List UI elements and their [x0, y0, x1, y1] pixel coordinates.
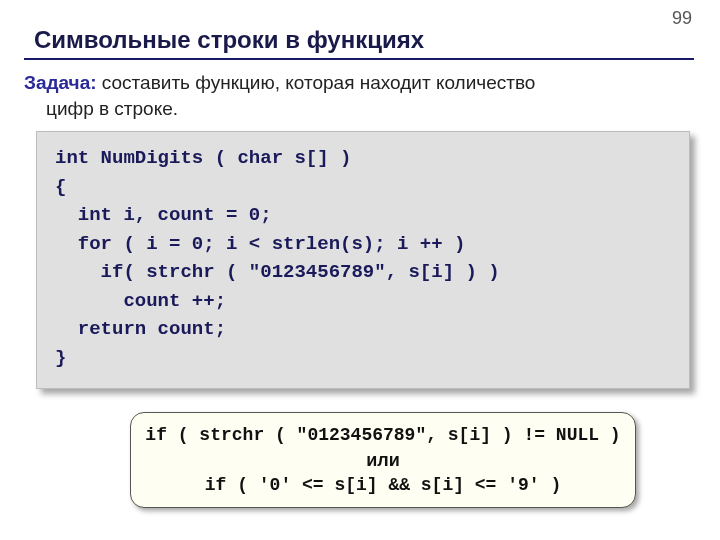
callout-or: или	[139, 448, 627, 473]
code-l8: }	[55, 347, 66, 369]
task-line1: составить функцию, которая находит колич…	[97, 72, 536, 93]
code-l2: {	[55, 176, 66, 198]
code-block: int NumDigits ( char s[] ) { int i, coun…	[36, 131, 690, 389]
code-l3: int i, count = 0;	[55, 204, 272, 226]
task-label: Задача:	[24, 72, 97, 93]
code-l7: return count;	[55, 318, 226, 340]
callout-line2: if ( '0' <= s[i] && s[i] <= '9' )	[139, 473, 627, 498]
task-text: Задача: составить функцию, которая наход…	[24, 70, 694, 121]
code-l4: for ( i = 0; i < strlen(s); i ++ )	[55, 233, 465, 255]
code-l6: count ++;	[55, 290, 226, 312]
title-rule	[24, 58, 694, 60]
callout-box: if ( strchr ( "0123456789", s[i] ) != NU…	[130, 412, 636, 508]
code-l1: int NumDigits ( char s[] )	[55, 147, 351, 169]
slide-title: Символьные строки в функциях	[34, 26, 720, 54]
callout-line1: if ( strchr ( "0123456789", s[i] ) != NU…	[139, 423, 627, 448]
code-l5: if( strchr ( "0123456789", s[i] ) )	[55, 261, 500, 283]
task-line2: цифр в строке.	[46, 96, 694, 122]
page-number: 99	[672, 8, 692, 29]
